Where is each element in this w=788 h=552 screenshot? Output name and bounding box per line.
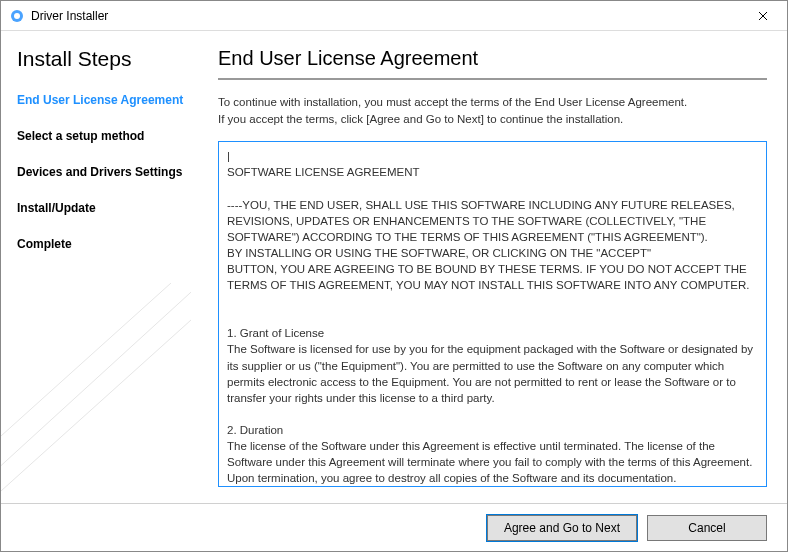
sidebar-heading: Install Steps <box>17 47 206 71</box>
button-footer: Agree and Go to Next Cancel <box>1 503 787 551</box>
intro-text: To continue with installation, you must … <box>218 94 767 127</box>
cancel-button[interactable]: Cancel <box>647 515 767 541</box>
step-complete[interactable]: Complete <box>17 237 206 251</box>
step-select-a-setup-method[interactable]: Select a setup method <box>17 129 206 143</box>
install-steps-sidebar: Install Steps End User License Agreement… <box>1 31 206 503</box>
main-panel: End User License Agreement To continue w… <box>206 31 787 503</box>
content-area: Install Steps End User License Agreement… <box>1 31 787 503</box>
agree-next-button[interactable]: Agree and Go to Next <box>487 515 637 541</box>
heading-divider <box>218 78 767 80</box>
license-textbox[interactable]: | SOFTWARE LICENSE AGREEMENT ----YOU, TH… <box>218 141 767 487</box>
step-end-user-license-agreement[interactable]: End User License Agreement <box>17 93 206 107</box>
app-icon <box>9 8 25 24</box>
decorative-lines <box>1 283 191 503</box>
page-heading: End User License Agreement <box>218 47 767 70</box>
window-title: Driver Installer <box>31 9 743 23</box>
step-devices-and-drivers-settings[interactable]: Devices and Drivers Settings <box>17 165 206 179</box>
close-button[interactable] <box>743 2 783 30</box>
step-install-update[interactable]: Install/Update <box>17 201 206 215</box>
title-bar: Driver Installer <box>1 1 787 31</box>
svg-point-1 <box>14 13 20 19</box>
